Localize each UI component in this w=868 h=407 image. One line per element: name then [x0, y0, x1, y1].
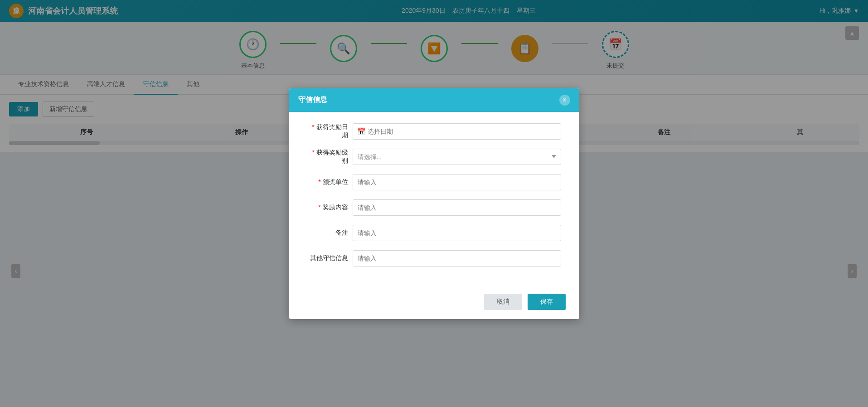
calendar-icon: 📅 [357, 127, 366, 136]
remark-input[interactable] [353, 225, 561, 241]
label-award-level: 获得奖励级别 [307, 149, 348, 165]
modal-header: 守信信息 × [289, 88, 579, 112]
label-award-date: 获得奖励日期 [307, 123, 348, 140]
modal-close-button[interactable]: × [559, 95, 570, 106]
form-row-content: 奖励内容 [307, 199, 561, 216]
modal-overlay: 守信信息 × 获得奖励日期 📅 获得奖励级别 请选择... 颁奖单位 [0, 0, 868, 407]
label-award-content: 奖励内容 [307, 204, 348, 212]
form-row-level: 获得奖励级别 请选择... [307, 149, 561, 165]
modal-cancel-button[interactable]: 取消 [484, 294, 522, 310]
credit-modal: 守信信息 × 获得奖励日期 📅 获得奖励级别 请选择... 颁奖单位 [289, 88, 579, 319]
form-row-other: 其他守信信息 [307, 250, 561, 266]
award-content-input[interactable] [353, 199, 561, 216]
label-other-credit: 其他守信信息 [307, 254, 348, 262]
modal-save-button[interactable]: 保存 [528, 294, 566, 310]
label-remark: 备注 [307, 229, 348, 237]
award-unit-input[interactable] [353, 174, 561, 190]
modal-title: 守信信息 [298, 95, 327, 105]
award-date-input[interactable] [353, 123, 561, 140]
form-row-unit: 颁奖单位 [307, 174, 561, 190]
form-row-date: 获得奖励日期 📅 [307, 123, 561, 140]
form-row-remark: 备注 [307, 225, 561, 241]
modal-body: 获得奖励日期 📅 获得奖励级别 请选择... 颁奖单位 奖励内容 [289, 112, 579, 287]
other-credit-input[interactable] [353, 250, 561, 266]
award-level-select[interactable]: 请选择... [353, 149, 561, 165]
date-input-wrap: 📅 [353, 123, 561, 140]
modal-footer: 取消 保存 [289, 287, 579, 319]
label-award-unit: 颁奖单位 [307, 178, 348, 186]
